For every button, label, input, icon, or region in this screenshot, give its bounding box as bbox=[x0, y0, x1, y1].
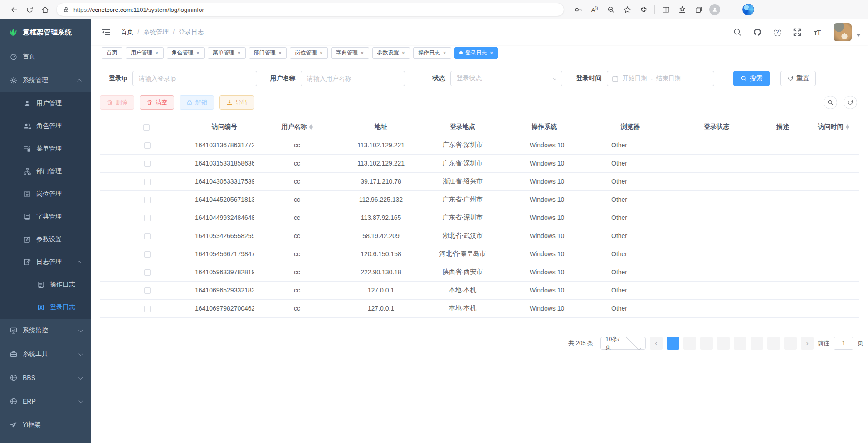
collapse-sidebar-icon[interactable] bbox=[102, 28, 111, 37]
app-logo[interactable]: 意框架管理系统 bbox=[0, 19, 91, 45]
favorites-bar-icon[interactable] bbox=[674, 2, 690, 17]
view-tab[interactable]: 字典管理 × bbox=[331, 47, 369, 59]
row-checkbox[interactable] bbox=[144, 287, 151, 294]
page-size-select[interactable]: 10条/页 bbox=[600, 337, 646, 350]
close-tab-icon[interactable]: × bbox=[402, 50, 405, 56]
sidebar-item[interactable]: 操作日志 bbox=[0, 273, 91, 296]
view-tab[interactable]: 岗位管理 × bbox=[290, 47, 328, 59]
column-header[interactable]: 用户名称 bbox=[254, 118, 340, 136]
delete-button[interactable]: 删除 bbox=[100, 95, 134, 110]
sidebar-item[interactable]: ERP bbox=[0, 389, 91, 413]
column-header[interactable]: 地址 bbox=[340, 118, 422, 136]
date-range-picker[interactable]: 开始日期 - 结束日期 bbox=[607, 71, 714, 86]
column-header[interactable]: 浏览器 bbox=[585, 118, 676, 136]
help-icon[interactable]: ? bbox=[773, 28, 782, 37]
view-tab[interactable]: 部门管理 × bbox=[249, 47, 287, 59]
home-icon[interactable] bbox=[37, 2, 53, 17]
reset-button[interactable]: 重置 bbox=[780, 71, 816, 86]
refresh-table-icon[interactable] bbox=[844, 96, 857, 109]
row-checkbox[interactable] bbox=[144, 142, 151, 149]
sidebar-item[interactable]: 日志管理 bbox=[0, 251, 91, 273]
row-checkbox[interactable] bbox=[144, 251, 151, 258]
profile-icon[interactable] bbox=[707, 2, 722, 17]
view-tab[interactable]: 登录日志 × bbox=[454, 47, 498, 59]
column-header[interactable]: 操作系统 bbox=[503, 118, 585, 136]
show-search-toggle-icon[interactable] bbox=[824, 96, 837, 109]
close-tab-icon[interactable]: × bbox=[237, 50, 241, 56]
login-ip-input[interactable] bbox=[132, 71, 257, 86]
next-page-button[interactable]: › bbox=[801, 337, 814, 350]
column-header[interactable]: 访问时间 bbox=[808, 118, 859, 136]
unlock-button[interactable]: 解锁 bbox=[180, 95, 214, 110]
sidebar-item[interactable]: BBS bbox=[0, 366, 91, 389]
sidebar-item[interactable]: 岗位管理 bbox=[0, 183, 91, 205]
sidebar-item[interactable]: 系统管理 bbox=[0, 68, 91, 92]
back-icon[interactable] bbox=[6, 2, 22, 17]
view-tab[interactable]: 首页 × bbox=[102, 47, 122, 59]
extensions-icon[interactable] bbox=[636, 2, 651, 17]
row-checkbox[interactable] bbox=[144, 269, 151, 276]
sidebar-item[interactable]: 角色管理 bbox=[0, 115, 91, 137]
sort-carets-icon[interactable] bbox=[846, 124, 849, 130]
clear-button[interactable]: 清空 bbox=[140, 95, 174, 110]
column-header[interactable] bbox=[100, 118, 195, 136]
sidebar-item[interactable]: Yi框架 bbox=[0, 413, 91, 437]
more-menu-icon[interactable]: ··· bbox=[723, 2, 739, 17]
sort-carets-icon[interactable] bbox=[309, 124, 313, 130]
address-bar[interactable]: https://ccnetcore.com:1101/system/log/lo… bbox=[56, 3, 564, 16]
sidebar-item[interactable]: 系统工具 bbox=[0, 342, 91, 366]
close-tab-icon[interactable]: × bbox=[319, 50, 323, 56]
row-checkbox[interactable] bbox=[144, 215, 151, 221]
page-button[interactable] bbox=[734, 337, 746, 350]
view-tab[interactable]: 角色管理 × bbox=[167, 47, 205, 59]
zoom-out-icon[interactable] bbox=[603, 2, 619, 17]
copilot-icon[interactable] bbox=[742, 4, 754, 15]
font-size-icon[interactable]: тT bbox=[813, 28, 822, 37]
favorites-star-icon[interactable] bbox=[619, 2, 635, 17]
breadcrumb-system[interactable]: 系统管理 bbox=[143, 28, 169, 36]
sidebar-item[interactable]: 部门管理 bbox=[0, 160, 91, 183]
close-tab-icon[interactable]: × bbox=[155, 50, 159, 56]
row-checkbox[interactable] bbox=[144, 197, 151, 203]
sidebar-item[interactable]: 系统监控 bbox=[0, 319, 91, 342]
view-tab[interactable]: 参数设置 × bbox=[372, 47, 410, 59]
page-button[interactable] bbox=[784, 337, 797, 350]
lock-icon[interactable] bbox=[63, 6, 69, 13]
sidebar-item[interactable]: 参数设置 bbox=[0, 228, 91, 251]
close-tab-icon[interactable]: × bbox=[196, 50, 200, 56]
split-screen-icon[interactable] bbox=[658, 2, 673, 17]
caret-down-icon[interactable] bbox=[856, 34, 861, 37]
column-header[interactable]: 登录状态 bbox=[676, 118, 757, 136]
row-checkbox[interactable] bbox=[144, 179, 151, 185]
select-all-checkbox[interactable] bbox=[143, 124, 150, 131]
sidebar-item[interactable]: 登录日志 bbox=[0, 296, 91, 319]
view-tab[interactable]: 菜单管理 × bbox=[208, 47, 246, 59]
sidebar-item[interactable]: 用户管理 bbox=[0, 92, 91, 115]
column-header[interactable]: 访问编号 bbox=[195, 118, 254, 136]
page-button[interactable] bbox=[717, 337, 730, 350]
search-icon[interactable] bbox=[733, 28, 742, 37]
search-button[interactable]: 搜索 bbox=[733, 71, 770, 86]
github-icon[interactable] bbox=[753, 28, 762, 37]
close-tab-icon[interactable]: × bbox=[443, 50, 446, 56]
view-tab[interactable]: 用户管理 × bbox=[126, 47, 164, 59]
goto-page-input[interactable] bbox=[834, 337, 853, 350]
page-button[interactable] bbox=[767, 337, 780, 350]
status-select[interactable]: 登录状态 bbox=[450, 71, 562, 86]
row-checkbox[interactable] bbox=[144, 306, 151, 312]
page-button[interactable] bbox=[667, 337, 679, 350]
export-button[interactable]: 导出 bbox=[219, 95, 254, 110]
password-key-icon[interactable] bbox=[571, 2, 586, 17]
prev-page-button[interactable]: ‹ bbox=[650, 337, 663, 350]
read-aloud-icon[interactable]: A)) bbox=[587, 2, 602, 17]
fullscreen-icon[interactable] bbox=[793, 28, 802, 37]
close-tab-icon[interactable]: × bbox=[490, 50, 493, 56]
sidebar-item[interactable]: 字典管理 bbox=[0, 205, 91, 228]
row-checkbox[interactable] bbox=[144, 161, 151, 167]
page-button[interactable] bbox=[683, 337, 696, 350]
avatar[interactable] bbox=[834, 23, 852, 41]
row-checkbox[interactable] bbox=[144, 233, 151, 239]
page-button[interactable] bbox=[700, 337, 713, 350]
close-tab-icon[interactable]: × bbox=[278, 50, 282, 56]
user-name-input[interactable] bbox=[301, 71, 405, 86]
